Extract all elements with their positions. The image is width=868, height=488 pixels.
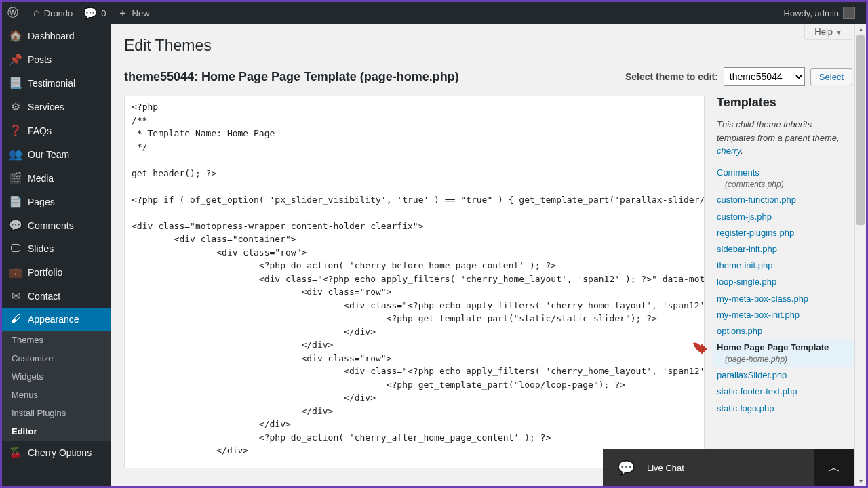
- sidebar-item-dashboard[interactable]: 🏠Dashboard: [2, 24, 111, 47]
- my-account[interactable]: Howdy, admin: [778, 2, 861, 24]
- menu-icon: 🖌: [9, 313, 22, 325]
- chat-collapse-button[interactable]: ︿: [814, 449, 854, 486]
- template-file-link[interactable]: custom-function.php: [717, 195, 796, 205]
- submenu-item-install-plugins[interactable]: Install Plugins: [2, 404, 111, 422]
- admin-sidebar: 🏠Dashboard📌Posts📃Testimonial⚙Services❓FA…: [2, 24, 111, 486]
- menu-label: Media: [28, 173, 54, 184]
- menu-icon: 🎬: [9, 171, 22, 184]
- site-name-label: Drondo: [44, 8, 73, 18]
- page-title: Edit Themes: [124, 30, 852, 58]
- howdy-label: Howdy, admin: [784, 8, 839, 18]
- select-button[interactable]: Select: [810, 68, 852, 85]
- new-content[interactable]: ＋New: [112, 2, 155, 24]
- menu-icon: 👥: [9, 148, 22, 161]
- sidebar-item-pages[interactable]: 📄Pages: [2, 190, 111, 214]
- sidebar-item-comments[interactable]: 💬Comments: [2, 214, 111, 237]
- help-tab[interactable]: Help▼: [804, 24, 852, 40]
- template-file-item: sidebar-init.php: [717, 241, 852, 258]
- template-file-item: static-logo.php: [717, 401, 852, 417]
- template-file-link[interactable]: sidebar-init.php: [717, 244, 777, 254]
- template-file-sub: (page-home.php): [717, 354, 852, 365]
- menu-label: Testimonial: [28, 78, 75, 89]
- wordpress-icon: ⓦ: [7, 6, 18, 20]
- theme-select-label: Select theme to edit:: [625, 71, 718, 82]
- menu-icon: 📌: [9, 53, 22, 66]
- template-file-item: options.php: [717, 323, 852, 340]
- chevron-up-icon: ︿: [828, 460, 840, 476]
- submenu-item-menus[interactable]: Menus: [2, 386, 111, 404]
- menu-label: Portfolio: [28, 267, 62, 278]
- theme-select[interactable]: theme55044: [724, 67, 805, 86]
- template-file-link[interactable]: Comments: [717, 167, 760, 178]
- live-chat-label: Live Chat: [647, 463, 684, 473]
- template-file-link[interactable]: Home Page Page Template: [717, 342, 829, 352]
- sidebar-item-services[interactable]: ⚙Services: [2, 95, 111, 119]
- submenu-item-widgets[interactable]: Widgets: [2, 367, 111, 386]
- file-heading: theme55044: Home Page Page Template (pag…: [124, 70, 459, 84]
- sidebar-item-posts[interactable]: 📌Posts: [2, 47, 111, 71]
- comment-icon: 💬: [83, 7, 97, 20]
- plus-icon: ＋: [117, 6, 128, 20]
- wp-logo[interactable]: ⓦ: [2, 2, 28, 24]
- template-file-link[interactable]: parallaxSlider.php: [717, 370, 787, 380]
- menu-label: Posts: [28, 54, 52, 65]
- menu-label: Pages: [28, 197, 55, 207]
- menu-icon: ✉: [9, 289, 22, 302]
- parent-theme-link[interactable]: cherry: [717, 146, 741, 156]
- submenu-item-editor[interactable]: Editor: [2, 422, 111, 441]
- template-file-link[interactable]: static-footer-text.php: [717, 386, 797, 396]
- template-file-link[interactable]: theme-init.php: [717, 260, 772, 270]
- menu-icon: ⚙: [9, 100, 22, 113]
- live-chat-button[interactable]: 💬 Live Chat: [603, 460, 814, 476]
- chevron-down-icon: ▼: [835, 28, 842, 36]
- sidebar-item-cherry-options[interactable]: 🍒Cherry Options: [2, 441, 111, 464]
- template-file-link[interactable]: static-logo.php: [717, 403, 774, 413]
- template-file-link[interactable]: custom-js.php: [717, 211, 772, 222]
- inherit-note: This child theme inherits templates from…: [717, 118, 852, 158]
- menu-icon: 📄: [9, 195, 22, 208]
- menu-icon: 📃: [9, 77, 22, 89]
- template-file-item: parallaxSlider.php: [717, 367, 852, 384]
- sidebar-item-contact[interactable]: ✉Contact: [2, 284, 111, 308]
- sidebar-item-media[interactable]: 🎬Media: [2, 166, 111, 190]
- template-file-item: my-meta-box-class.php: [717, 291, 852, 307]
- menu-label: Appearance: [28, 314, 79, 325]
- submenu-item-customize[interactable]: Customize: [2, 349, 111, 367]
- menu-label: Dashboard: [28, 30, 75, 41]
- menu-icon: 💬: [9, 219, 22, 232]
- sidebar-item-testimonial[interactable]: 📃Testimonial: [2, 71, 111, 95]
- live-chat-bar: 💬 Live Chat ︿: [603, 449, 854, 486]
- menu-icon: 💼: [9, 266, 22, 279]
- sidebar-item-appearance[interactable]: 🖌Appearance: [2, 308, 111, 331]
- code-editor[interactable]: [124, 96, 705, 468]
- templates-heading: Templates: [717, 96, 852, 110]
- template-file-list: Comments(comments.php)custom-function.ph…: [717, 165, 852, 417]
- home-icon: ⌂: [33, 7, 40, 19]
- submenu-item-themes[interactable]: Themes: [2, 331, 111, 349]
- template-file-link[interactable]: my-meta-box-class.php: [717, 293, 808, 304]
- template-file-link[interactable]: my-meta-box-init.php: [717, 310, 800, 320]
- template-file-link[interactable]: options.php: [717, 326, 762, 336]
- sidebar-item-portfolio[interactable]: 💼Portfolio: [2, 260, 111, 284]
- comments-bubble[interactable]: 💬0: [78, 2, 111, 24]
- content-area: Help▼ Edit Themes theme55044: Home Page …: [111, 24, 866, 486]
- menu-label: Comments: [28, 220, 74, 231]
- menu-label: FAQs: [28, 125, 52, 136]
- avatar: [843, 7, 855, 19]
- sidebar-item-our-team[interactable]: 👥Our Team: [2, 142, 111, 166]
- menu-icon: 🍒: [9, 446, 22, 459]
- site-name[interactable]: ⌂Drondo: [28, 2, 78, 24]
- menu-label: Cherry Options: [28, 447, 92, 458]
- template-file-item: my-meta-box-init.php: [717, 307, 852, 323]
- template-file-item: Home Page Page Template(page-home.php): [713, 340, 856, 367]
- sidebar-item-slides[interactable]: 🖵Slides: [2, 237, 111, 260]
- template-file-item: register-plugins.php: [717, 225, 852, 241]
- menu-label: Our Team: [28, 149, 69, 160]
- template-file-link[interactable]: loop-single.php: [717, 277, 776, 287]
- template-file-link[interactable]: register-plugins.php: [717, 228, 794, 238]
- template-file-item: theme-init.php: [717, 258, 852, 274]
- menu-label: Services: [28, 102, 64, 113]
- window-scrollbar[interactable]: [854, 24, 866, 486]
- sidebar-item-faqs[interactable]: ❓FAQs: [2, 119, 111, 142]
- chat-icon: 💬: [618, 460, 635, 476]
